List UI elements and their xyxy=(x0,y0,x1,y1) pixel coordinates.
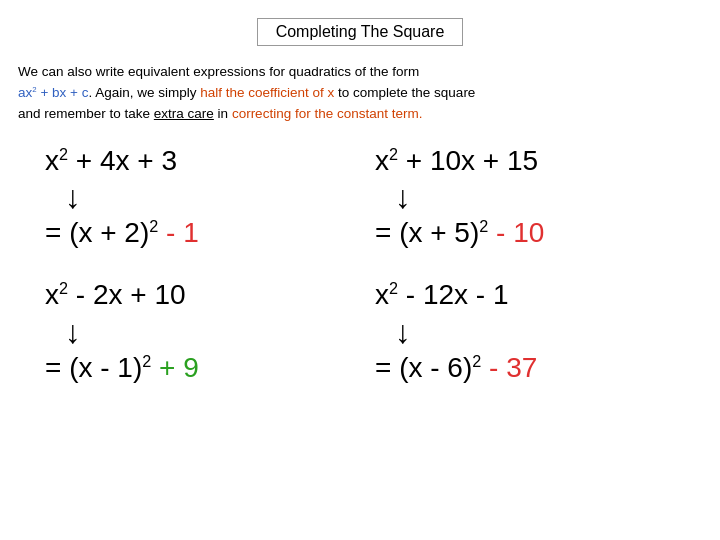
expr-4: x2 - 12x - 1 xyxy=(375,279,509,311)
intro-extra-care: extra care xyxy=(154,106,214,121)
down-arrow-3: ↓ xyxy=(65,316,81,348)
arrow-4: ↓ xyxy=(375,316,411,348)
intro-mid: . Again, we simply xyxy=(88,85,200,100)
title-box: Completing The Square xyxy=(257,18,464,46)
result-1: = (x + 2)2 - 1 xyxy=(45,217,199,249)
example-2: x2 + 10x + 15 ↓ = (x + 5)2 - 10 xyxy=(360,135,690,260)
down-arrow-4: ↓ xyxy=(395,316,411,348)
intro-correcting: correcting for the constant term. xyxy=(232,106,423,121)
expr-3: x2 - 2x + 10 xyxy=(45,279,186,311)
result-suffix-2: - 10 xyxy=(488,217,544,248)
arrow-1: ↓ xyxy=(45,181,81,213)
intro-ax2: ax2 + bx + c xyxy=(18,85,88,100)
result-suffix-1: - 1 xyxy=(158,217,198,248)
arrow-3: ↓ xyxy=(45,316,81,348)
arrow-2: ↓ xyxy=(375,181,411,213)
result-suffix-4: - 37 xyxy=(481,352,537,383)
example-1: x2 + 4x + 3 ↓ = (x + 2)2 - 1 xyxy=(30,135,360,260)
intro-in: in xyxy=(214,106,232,121)
intro-line1: We can also write equivalent expressions… xyxy=(18,64,419,79)
down-arrow-1: ↓ xyxy=(65,181,81,213)
examples-grid: x2 + 4x + 3 ↓ = (x + 2)2 - 1 x2 + 10x + … xyxy=(0,125,720,394)
result-suffix-3: + 9 xyxy=(151,352,198,383)
intro-paragraph: We can also write equivalent expressions… xyxy=(0,56,720,125)
down-arrow-2: ↓ xyxy=(395,181,411,213)
result-2: = (x + 5)2 - 10 xyxy=(375,217,544,249)
result-4: = (x - 6)2 - 37 xyxy=(375,352,537,384)
result-3: = (x - 1)2 + 9 xyxy=(45,352,199,384)
example-4: x2 - 12x - 1 ↓ = (x - 6)2 - 37 xyxy=(360,269,690,394)
intro-tocomplete: to complete the square xyxy=(334,85,475,100)
expr-2: x2 + 10x + 15 xyxy=(375,145,538,177)
intro-line3a: and remember to take xyxy=(18,106,154,121)
example-3: x2 - 2x + 10 ↓ = (x - 1)2 + 9 xyxy=(30,269,360,394)
expr-1: x2 + 4x + 3 xyxy=(45,145,177,177)
intro-half: half the coefficient of x xyxy=(200,85,334,100)
title-text: Completing The Square xyxy=(276,23,445,40)
